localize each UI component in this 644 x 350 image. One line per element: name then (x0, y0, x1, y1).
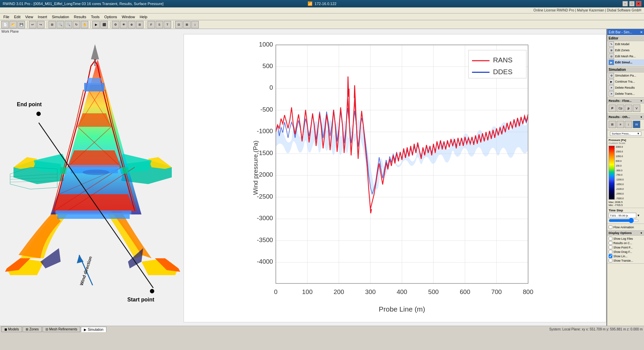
simulation-title: Simulation (607, 67, 644, 72)
show-drag-f-checkbox[interactable] (609, 250, 612, 254)
svg-text:500: 500 (262, 62, 273, 69)
close-button[interactable]: ✕ (636, 1, 641, 6)
tb-undo[interactable]: ↩ (29, 21, 36, 28)
svg-text:-3500: -3500 (257, 236, 273, 243)
surface-pressure-dropdown[interactable]: Surface Press... ▼ (610, 132, 641, 136)
menu-tools[interactable]: Tools (89, 14, 102, 20)
tb-settings[interactable]: ⚙ (112, 21, 119, 28)
tb-grid[interactable]: ⊞ (136, 21, 143, 28)
sim-params-icon: ⚙ (609, 73, 614, 78)
show-point-p-checkbox[interactable] (609, 245, 612, 249)
tab-mesh-label: Mesh Refinements (49, 327, 77, 331)
tb-display[interactable]: 👁 (120, 21, 127, 28)
cs-val-1: 2000.0 (616, 146, 624, 148)
results-other-arrow[interactable]: ▼ (640, 116, 643, 119)
delete-results-label: Delete Results (615, 86, 635, 89)
other-btn2[interactable]: ≡ (617, 121, 624, 128)
other-W-btn[interactable]: W (633, 121, 640, 128)
cs-max-row: Max: 2636.5 (609, 201, 643, 204)
tb-zoom-fit[interactable]: ⊞ (49, 21, 56, 28)
edit-model-item[interactable]: ✎ Edit Model (607, 41, 644, 47)
tb-rotate[interactable]: ↻ (73, 21, 80, 28)
tb-side[interactable]: S (156, 21, 163, 28)
flow-P-btn[interactable]: P (609, 105, 616, 112)
right-panel-close-icon[interactable]: ✕ (640, 30, 643, 34)
tab-simulation[interactable]: ▶ Simulation (81, 327, 106, 332)
tb-extra1[interactable]: ⊟ (175, 21, 183, 28)
svg-rect-12 (56, 210, 131, 214)
minimize-button[interactable]: − (622, 1, 628, 6)
cs-val-5: 150.0 (616, 165, 624, 167)
maximize-button[interactable]: □ (629, 1, 635, 6)
tb-front[interactable]: F (148, 21, 155, 28)
results-flow-section: Results - Flow... ▼ P Cp p V (607, 98, 644, 114)
show-transie-checkbox[interactable] (609, 259, 612, 262)
cs-min-value: -7705.5 (614, 204, 622, 207)
menu-edit[interactable]: Edit (12, 14, 23, 20)
other-btn1[interactable]: ⊞ (609, 121, 616, 128)
svg-text:-4000: -4000 (257, 258, 273, 265)
menu-simulation[interactable]: Simulation (50, 14, 71, 20)
edit-mesh-item[interactable]: ⊟ Edit Mesh Re... (607, 53, 644, 59)
results-flow-arrow[interactable]: ▼ (640, 99, 643, 103)
show-log-files-label: Show Log Files (613, 237, 633, 240)
show-lin-checkbox[interactable] (609, 254, 612, 258)
tb-axes[interactable]: ⊕ (128, 21, 135, 28)
continue-trans-item[interactable]: ▶ Continue Tra... (607, 79, 644, 85)
tb-open[interactable]: 📂 (9, 21, 17, 28)
tb-render[interactable]: ▶ (92, 21, 100, 28)
show-log-files-checkbox[interactable] (609, 237, 612, 240)
delete-trans-icon: ✕ (609, 91, 614, 96)
viewport[interactable]: Work Plane (0, 29, 607, 326)
tb-redo[interactable]: ↪ (37, 21, 44, 28)
tab-models[interactable]: ◼ Models (1, 326, 22, 332)
flow-animation-checkbox[interactable] (609, 225, 612, 229)
flow-p-btn[interactable]: p (625, 105, 632, 112)
tab-mesh-refinements[interactable]: ⊟ Mesh Refinements (42, 326, 80, 332)
tb-zoom-in[interactable]: 🔍 (57, 21, 64, 28)
menu-results[interactable]: Results (72, 14, 88, 20)
delete-trans-item[interactable]: ✕ Delete Trans... (607, 91, 644, 97)
tb-top[interactable]: T (164, 21, 171, 28)
menu-window[interactable]: Window (120, 14, 137, 20)
edit-mesh-icon: ⊟ (609, 54, 614, 59)
tab-zones[interactable]: ⊞ Zones (23, 326, 42, 332)
tb-pan[interactable]: ✋ (81, 21, 88, 28)
edit-simul-item[interactable]: ▶ Edit Simul... (607, 59, 644, 65)
display-options-label: Display Options (609, 231, 632, 235)
flow-Cp-btn[interactable]: Cp (617, 105, 624, 112)
tb-stop[interactable]: ⬛ (100, 21, 108, 28)
tb-zoom-out[interactable]: 🔍 (65, 21, 72, 28)
results-flow-title: Results - Flow... (609, 99, 632, 103)
tb-save[interactable]: 💾 (18, 21, 25, 28)
chart-container: 1000 500 0 -500 -1000 -1500 -2000 -2500 … (184, 34, 606, 322)
time-step-expand-icon[interactable]: ▼ (637, 214, 640, 217)
tb-extra3[interactable]: ↕ (191, 21, 199, 28)
delete-results-item[interactable]: ✕ Delete Results (607, 85, 644, 91)
tb-extra2[interactable]: ⊠ (183, 21, 191, 28)
edit-simul-label: Edit Simul... (615, 61, 633, 64)
svg-text:600: 600 (460, 288, 470, 295)
menu-view[interactable]: View (23, 14, 35, 20)
window-controls[interactable]: − □ ✕ (622, 1, 641, 6)
other-btn3[interactable]: ↕ (625, 121, 632, 128)
edit-model-icon: ✎ (609, 41, 614, 47)
svg-text:DDES: DDES (493, 68, 513, 76)
time-step-slider[interactable] (609, 219, 639, 222)
time-step-input[interactable] (609, 213, 636, 218)
edit-zones-item[interactable]: ⊞ Edit Zones (607, 47, 644, 53)
display-options-section: Display Options ▼ Show Log Files Results… (607, 231, 644, 264)
sim-params-item[interactable]: ⚙ Simulation Pa... (607, 72, 644, 79)
menu-options[interactable]: Options (102, 14, 119, 20)
flow-animation-row: Flow Animation (609, 225, 643, 229)
results-other-title: Results - Oth... (609, 115, 630, 119)
menu-help[interactable]: Help (138, 14, 150, 20)
display-options-header[interactable]: Display Options ▼ (607, 231, 644, 236)
svg-text:RANS: RANS (493, 56, 513, 64)
tb-new[interactable]: 📄 (1, 21, 9, 28)
flow-V-btn[interactable]: V (633, 105, 640, 112)
results-on-c-checkbox[interactable] (609, 241, 612, 245)
menu-insert[interactable]: Insert (36, 14, 49, 20)
edit-zones-icon: ⊞ (609, 48, 614, 53)
menu-file[interactable]: File (1, 14, 11, 20)
